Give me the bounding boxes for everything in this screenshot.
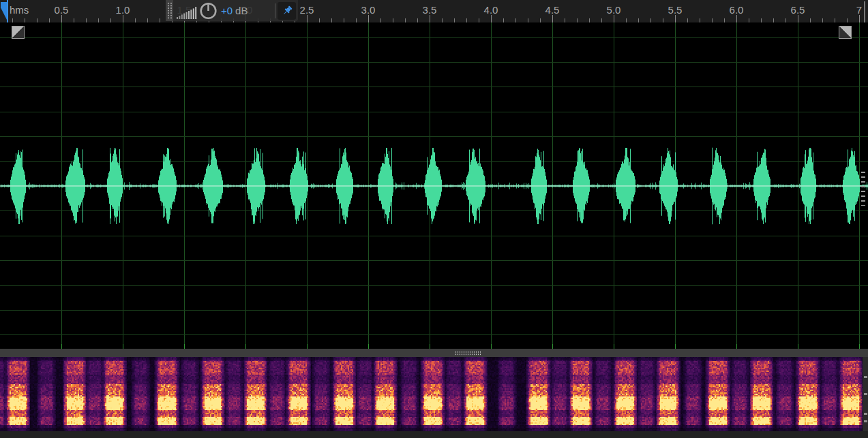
fade-out-handle[interactable] [839,26,852,39]
pushpin-icon [281,5,293,17]
playhead-head-icon[interactable] [1,2,7,20]
pin-hud-button[interactable] [278,2,296,20]
fade-in-handle[interactable] [12,26,25,39]
ruler-tick [798,15,798,22]
ruler-tick [491,15,492,22]
ruler-tick [430,15,430,22]
ruler-time-label: 1.0 [116,4,130,16]
grip-dots-icon [167,2,173,20]
timeline-ruler[interactable]: hms 0.51.01.52.02.53.03.54.04.55.05.56.0… [0,0,868,22]
ruler-tick [614,15,614,22]
waveform-canvas[interactable] [0,22,868,349]
scroll-dash [864,413,867,415]
ruler-time-label: 7 [856,4,862,16]
audio-editor-window: hms 0.51.01.52.02.53.03.54.04.55.05.56.0… [0,0,868,438]
rotary-knob-icon[interactable] [199,1,218,20]
ruler-time-label: 4.5 [545,4,560,16]
ruler-time-label: 4.0 [484,4,498,16]
ruler-tick [61,15,62,22]
level-bars-icon [177,6,198,19]
ruler-time-label: 5.0 [607,4,621,16]
playhead[interactable] [7,0,8,22]
ruler-time-label: 6.5 [791,4,805,16]
panel-divider[interactable] [0,349,868,357]
scroll-dash [864,376,867,378]
hud-separator [275,3,275,18]
ruler-tick [859,15,860,22]
scroll-dash [864,420,867,422]
ruler-unit-label: hms [10,4,29,16]
ruler-time-label: 5.5 [668,4,683,16]
divider-grip-icon[interactable] [455,351,481,356]
clip-gain-hud: +0dB [166,0,298,21]
ruler-tick [307,15,308,22]
spectrogram-view[interactable] [0,357,868,431]
vertical-zoom-grip[interactable] [861,172,865,206]
ruler-tick [123,15,123,22]
scroll-dash [864,393,867,395]
spectrogram-scroll-strip[interactable] [863,357,868,431]
ruler-time-label: 2.5 [300,4,314,16]
gain-readout: +0dB [221,5,248,16]
ruler-time-label: 3.5 [423,4,437,16]
ruler-tick [552,15,553,22]
ruler-time-label: 0.5 [55,4,69,16]
ruler-tick [736,15,737,22]
bottom-bar [0,431,868,438]
ruler-tick [368,15,369,22]
ruler-time-label: 6.0 [730,4,744,16]
waveform-editor[interactable] [0,22,868,349]
ruler-time-label: 3.0 [361,4,376,16]
ruler-tick [675,15,676,22]
gain-value: +0 [221,5,233,16]
hud-drag-handle[interactable] [166,0,173,21]
view-right-edge [864,1,865,22]
spectrogram-canvas[interactable] [0,357,863,431]
gain-unit: dB [235,5,248,16]
